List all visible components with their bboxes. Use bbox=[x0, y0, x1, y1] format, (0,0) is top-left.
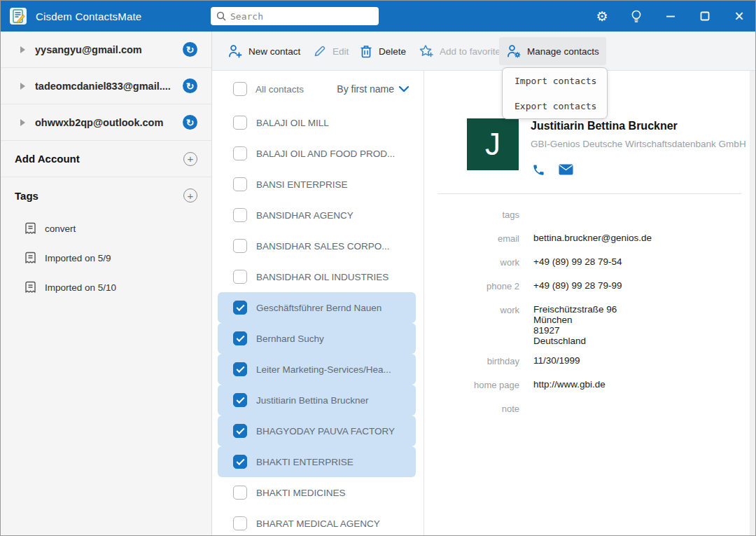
contact-detail-header: J Justitiarin Bettina Bruckner GBI-Genio… bbox=[467, 118, 755, 177]
contact-name: BANSIDHAR OIL INDUSTRIES bbox=[256, 272, 388, 282]
contact-checkbox[interactable] bbox=[233, 208, 247, 222]
manage-contacts-button[interactable]: Manage contacts bbox=[499, 37, 606, 65]
search-box[interactable] bbox=[211, 7, 379, 25]
contact-name: BANSI ENTERPRISE bbox=[256, 179, 348, 190]
contact-row[interactable]: BALAJI OIL MILL bbox=[212, 107, 424, 138]
pencil-icon bbox=[313, 44, 327, 58]
contact-name: BANSIDHAR SALES CORPO... bbox=[256, 241, 390, 252]
contact-row[interactable]: Justitiarin Bettina Bruckner bbox=[212, 385, 424, 415]
tag-icon bbox=[24, 281, 36, 294]
titlebar-controls: ⚙ × bbox=[594, 8, 747, 24]
chevron-down-icon bbox=[398, 85, 410, 92]
contact-detail-pane: J Justitiarin Bettina Bruckner GBI-Genio… bbox=[424, 71, 755, 535]
contact-row[interactable]: BANSIDHAR AGENCY bbox=[212, 200, 424, 231]
call-phone-icon[interactable] bbox=[531, 162, 546, 177]
contact-checkbox[interactable] bbox=[233, 362, 247, 376]
delete-button[interactable]: Delete bbox=[352, 37, 413, 65]
contact-checkbox[interactable] bbox=[233, 270, 247, 284]
contact-checkbox[interactable] bbox=[233, 177, 247, 191]
close-button[interactable]: × bbox=[732, 8, 747, 24]
contact-checkbox[interactable] bbox=[233, 424, 247, 438]
contact-row[interactable]: Leiter Marketing-Services/Hea... bbox=[212, 354, 424, 385]
contact-detail-company: GBI-Genios Deutsche Wirtschaftsdatenbank… bbox=[531, 139, 746, 149]
toolbar: New contact Edit Delete Add to favorites bbox=[212, 32, 755, 71]
tag-item[interactable]: Imported on 5/9 bbox=[1, 243, 211, 273]
detail-divider bbox=[438, 193, 741, 194]
menu-item-import-contacts[interactable]: Import contacts bbox=[503, 68, 607, 93]
contact-name: BALAJI OIL AND FOOD PROD... bbox=[256, 149, 395, 159]
field-row-email: email bettina.bruckner@genios.de bbox=[424, 233, 755, 247]
field-row-home-page: home page http://www.gbi.de bbox=[424, 379, 755, 394]
field-label: work bbox=[424, 304, 519, 346]
sort-dropdown[interactable]: By first name bbox=[337, 83, 410, 95]
contact-row[interactable]: BANSI ENTERPRISE bbox=[212, 169, 424, 200]
contact-checkbox[interactable] bbox=[233, 301, 247, 315]
settings-gear-icon[interactable]: ⚙ bbox=[594, 8, 610, 24]
sync-icon[interactable]: ↻ bbox=[183, 42, 197, 57]
contact-name: BHAKTI ENTERPRISE bbox=[256, 457, 354, 467]
manage-contacts-menu: Import contacts Export contacts bbox=[502, 67, 608, 119]
field-value: +49 (89) 99 28 79-99 bbox=[533, 280, 622, 295]
sync-icon[interactable]: ↻ bbox=[183, 78, 197, 93]
menu-item-export-contacts[interactable]: Export contacts bbox=[503, 93, 607, 118]
new-contact-button[interactable]: New contact bbox=[220, 37, 307, 65]
tag-icon bbox=[24, 252, 36, 264]
edit-button[interactable]: Edit bbox=[306, 37, 356, 65]
contact-name: BANSIDHAR AGENCY bbox=[256, 210, 354, 221]
contact-row[interactable]: BHAKTI MEDICINES bbox=[212, 477, 424, 508]
contact-checkbox[interactable] bbox=[233, 486, 247, 500]
select-all-checkbox[interactable] bbox=[233, 82, 247, 96]
tag-item[interactable]: convert bbox=[1, 214, 211, 243]
add-account-plus-icon[interactable]: + bbox=[183, 152, 197, 166]
detail-scrollbar[interactable] bbox=[750, 71, 755, 535]
minimize-button[interactable] bbox=[663, 8, 678, 24]
add-tag-plus-icon[interactable]: + bbox=[183, 188, 197, 202]
contact-row[interactable]: BHAGYODAY PAUVA FACTORY bbox=[212, 415, 424, 446]
contact-row[interactable]: BHARAT MEDICAL AGENCY bbox=[212, 508, 424, 536]
send-email-icon[interactable] bbox=[558, 162, 573, 177]
contact-checkbox[interactable] bbox=[233, 455, 247, 469]
new-contact-label: New contact bbox=[248, 46, 300, 57]
contact-row[interactable]: BANSIDHAR OIL INDUSTRIES bbox=[212, 261, 424, 292]
contact-row[interactable]: Bernhard Suchy bbox=[212, 323, 424, 354]
account-label: yysangyu@gmail.com bbox=[35, 44, 183, 55]
contact-checkbox[interactable] bbox=[233, 239, 247, 253]
contact-checkbox[interactable] bbox=[233, 116, 247, 130]
trash-icon bbox=[359, 44, 373, 59]
add-account-row[interactable]: Add Account + bbox=[1, 141, 211, 177]
field-row-work-address: work Freischützstraße 96 München 81927 D… bbox=[424, 304, 755, 346]
field-label: home page bbox=[424, 379, 519, 394]
contact-checkbox[interactable] bbox=[233, 146, 247, 160]
contact-detail-name: Justitiarin Bettina Bruckner bbox=[531, 120, 746, 132]
select-all-label: All contacts bbox=[255, 84, 304, 95]
contact-list-pane: All contacts By first name BALAJI OIL MI… bbox=[212, 71, 424, 535]
account-row[interactable]: ohwwxb2qp@outlook.com ↻ bbox=[1, 104, 211, 141]
search-input[interactable] bbox=[230, 11, 373, 22]
field-label: birthday bbox=[424, 355, 519, 370]
field-row-tags: tags bbox=[424, 209, 755, 224]
contact-name: BHAGYODAY PAUVA FACTORY bbox=[256, 426, 395, 437]
disclosure-triangle-icon[interactable] bbox=[20, 46, 25, 53]
tag-label: convert bbox=[45, 224, 76, 234]
contact-checkbox[interactable] bbox=[233, 393, 247, 407]
sort-label: By first name bbox=[337, 83, 394, 95]
maximize-button[interactable] bbox=[697, 8, 713, 24]
contact-checkbox[interactable] bbox=[233, 516, 247, 530]
contact-row[interactable]: Geschäftsführer Bernd Nauen bbox=[212, 292, 424, 323]
person-plus-icon bbox=[227, 43, 243, 59]
sync-icon[interactable]: ↻ bbox=[183, 115, 197, 130]
app-logo-icon bbox=[9, 7, 27, 25]
tag-item[interactable]: Imported on 5/10 bbox=[1, 273, 211, 302]
contact-checkbox[interactable] bbox=[233, 331, 247, 345]
account-row[interactable]: tadeomcdaniel833@gmail.... ↻ bbox=[1, 68, 211, 104]
disclosure-triangle-icon[interactable] bbox=[20, 83, 25, 90]
edit-label: Edit bbox=[332, 46, 349, 57]
contact-row[interactable]: BALAJI OIL AND FOOD PROD... bbox=[212, 138, 424, 169]
account-row[interactable]: yysangyu@gmail.com ↻ bbox=[1, 32, 211, 68]
disclosure-triangle-icon[interactable] bbox=[20, 119, 25, 126]
add-to-favorites-button[interactable]: Add to favorites bbox=[412, 37, 512, 65]
tips-lightbulb-icon[interactable] bbox=[629, 8, 644, 24]
contact-row[interactable]: BANSIDHAR SALES CORPO... bbox=[212, 231, 424, 261]
contact-row[interactable]: BHAKTI ENTERPRISE bbox=[212, 446, 424, 477]
star-plus-icon bbox=[419, 44, 434, 59]
